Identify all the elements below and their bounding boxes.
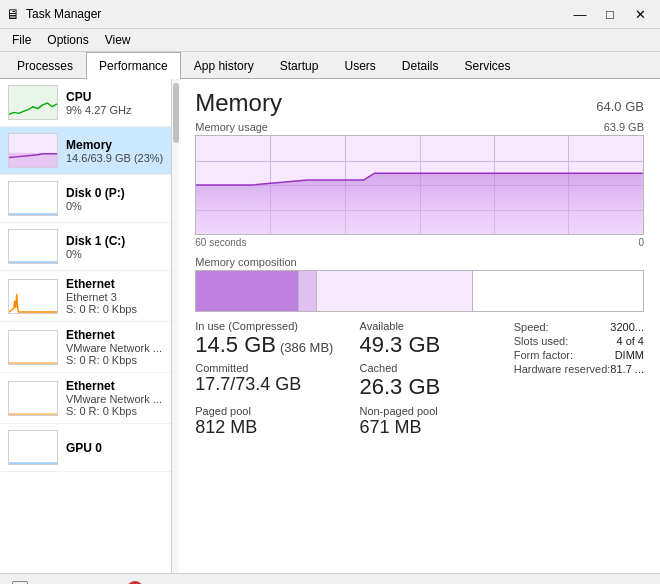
disk0-mini-graph xyxy=(8,181,58,216)
eth0-label: Ethernet xyxy=(66,277,137,291)
stats-right-panel: Speed: 3200... Slots used: 4 of 4 Form f… xyxy=(504,320,644,442)
sidebar-item-cpu[interactable]: CPU 9% 4.27 GHz xyxy=(0,79,171,127)
sidebar-item-memory[interactable]: Memory 14.6/63.9 GB (23%) xyxy=(0,127,171,175)
memory-usage-chart xyxy=(195,135,644,235)
sidebar-item-eth2[interactable]: Ethernet VMware Network ... S: 0 R: 0 Kb… xyxy=(0,373,171,424)
tab-users[interactable]: Users xyxy=(331,52,388,79)
chart-max: 63.9 GB xyxy=(604,121,644,133)
chart-time-start: 60 seconds xyxy=(195,237,246,248)
memory-mini-graph xyxy=(8,133,58,168)
gpu0-label: GPU 0 xyxy=(66,441,102,455)
tab-performance[interactable]: Performance xyxy=(86,52,181,79)
eth0-mini-graph xyxy=(8,279,58,314)
stat-available: Available 49.3 GB xyxy=(360,320,504,358)
stat-form-label: Form factor: xyxy=(514,349,573,361)
stat-in-use-value: 14.5 GB xyxy=(195,332,276,358)
svg-marker-6 xyxy=(196,173,643,234)
disk0-label: Disk 0 (P:) xyxy=(66,186,125,200)
chart-time-end: 0 xyxy=(638,237,644,248)
content-title: Memory xyxy=(195,89,282,117)
disk1-label: Disk 1 (C:) xyxy=(66,234,125,248)
fewer-details-button[interactable]: Fewer details xyxy=(8,579,107,585)
stat-committed-label: Committed xyxy=(195,362,339,374)
close-button[interactable]: ✕ xyxy=(626,4,654,24)
comp-modified xyxy=(299,271,317,311)
comp-free xyxy=(473,271,643,311)
eth2-mini-graph xyxy=(8,381,58,416)
menu-file[interactable]: File xyxy=(4,31,39,49)
disk1-usage: 0% xyxy=(66,248,125,260)
cpu-label: CPU xyxy=(66,90,131,104)
eth1-speed: S: 0 R: 0 Kbps xyxy=(66,354,162,366)
menu-view[interactable]: View xyxy=(97,31,139,49)
app-title: Task Manager xyxy=(26,7,101,21)
stat-paged-value: 812 MB xyxy=(195,417,257,437)
stat-available-label: Available xyxy=(360,320,504,332)
disk0-usage: 0% xyxy=(66,200,125,212)
stat-in-use: In use (Compressed) 14.5 GB (386 MB) xyxy=(195,320,339,358)
stat-speed-row: Speed: 3200... xyxy=(514,320,644,334)
cpu-mini-graph xyxy=(8,85,58,120)
cpu-usage: 9% 4.27 GHz xyxy=(66,104,131,116)
memory-label: Memory xyxy=(66,138,163,152)
stat-committed-value: 17.7/73.4 GB xyxy=(195,374,301,394)
sidebar: CPU 9% 4.27 GHz Memory 14.6/63.9 GB (23%… xyxy=(0,79,179,573)
sidebar-scroll-thumb[interactable] xyxy=(173,83,179,143)
menu-bar: File Options View xyxy=(0,29,660,52)
open-monitor-button[interactable]: Open Resource Monitor xyxy=(123,579,278,585)
memory-composition-section: Memory composition xyxy=(195,256,644,312)
stat-form-value: DIMM xyxy=(615,349,644,361)
tab-startup[interactable]: Startup xyxy=(267,52,332,79)
stat-non-paged-pool: Non-paged pool 671 MB xyxy=(360,405,504,439)
memory-chart-svg xyxy=(196,136,643,234)
sidebar-item-disk0[interactable]: Disk 0 (P:) 0% xyxy=(0,175,171,223)
chart-label: Memory usage xyxy=(195,121,268,133)
comp-standby xyxy=(317,271,473,311)
tab-services[interactable]: Services xyxy=(452,52,524,79)
tab-processes[interactable]: Processes xyxy=(4,52,86,79)
title-bar: 🖥 Task Manager — □ ✕ xyxy=(0,0,660,29)
stat-non-paged-label: Non-paged pool xyxy=(360,405,504,417)
minimize-button[interactable]: — xyxy=(566,4,594,24)
stat-slots-label: Slots used: xyxy=(514,335,568,347)
composition-bar xyxy=(195,270,644,312)
menu-options[interactable]: Options xyxy=(39,31,96,49)
maximize-button[interactable]: □ xyxy=(596,4,624,24)
eth0-speed: S: 0 R: 0 Kbps xyxy=(66,303,137,315)
main-area: CPU 9% 4.27 GHz Memory 14.6/63.9 GB (23%… xyxy=(0,79,660,573)
sidebar-item-gpu0[interactable]: GPU 0 xyxy=(0,424,171,472)
sidebar-item-disk1[interactable]: Disk 1 (C:) 0% xyxy=(0,223,171,271)
eth1-mini-graph xyxy=(8,330,58,365)
tab-app-history[interactable]: App history xyxy=(181,52,267,79)
stat-hw-value: 81.7 ... xyxy=(610,363,644,375)
monitor-icon xyxy=(127,581,143,585)
title-bar-left: 🖥 Task Manager xyxy=(6,6,101,22)
stat-cached-value: 26.3 GB xyxy=(360,374,441,399)
stat-speed-label: Speed: xyxy=(514,321,549,333)
stat-committed: Committed 17.7/73.4 GB xyxy=(195,362,339,400)
stat-hw-reserved-row: Hardware reserved: 81.7 ... xyxy=(514,362,644,376)
gpu0-mini-graph xyxy=(8,430,58,465)
sidebar-item-eth1[interactable]: Ethernet VMware Network ... S: 0 R: 0 Kb… xyxy=(0,322,171,373)
sidebar-items: CPU 9% 4.27 GHz Memory 14.6/63.9 GB (23%… xyxy=(0,79,171,573)
app-icon: 🖥 xyxy=(6,6,20,22)
memory-usage: 14.6/63.9 GB (23%) xyxy=(66,152,163,164)
stat-cached-label: Cached xyxy=(360,362,504,374)
stat-non-paged-value: 671 MB xyxy=(360,417,422,437)
stat-hw-label: Hardware reserved: xyxy=(514,363,611,375)
stat-available-value: 49.3 GB xyxy=(360,332,441,357)
tab-bar: Processes Performance App history Startu… xyxy=(0,52,660,79)
title-bar-controls: — □ ✕ xyxy=(566,4,654,24)
composition-label: Memory composition xyxy=(195,256,644,268)
stat-slots-value: 4 of 4 xyxy=(616,335,644,347)
disk1-mini-graph xyxy=(8,229,58,264)
stats-top-grid: In use (Compressed) 14.5 GB (386 MB) Ava… xyxy=(195,320,504,438)
sidebar-item-eth0[interactable]: Ethernet Ethernet 3 S: 0 R: 0 Kbps xyxy=(0,271,171,322)
stat-paged-label: Paged pool xyxy=(195,405,339,417)
content-panel: Memory 64.0 GB Memory usage 63.9 GB xyxy=(179,79,660,573)
sidebar-scrollbar[interactable] xyxy=(171,79,179,573)
tab-details[interactable]: Details xyxy=(389,52,452,79)
comp-in-use xyxy=(196,271,299,311)
fewer-icon xyxy=(12,581,28,585)
content-capacity: 64.0 GB xyxy=(596,99,644,114)
